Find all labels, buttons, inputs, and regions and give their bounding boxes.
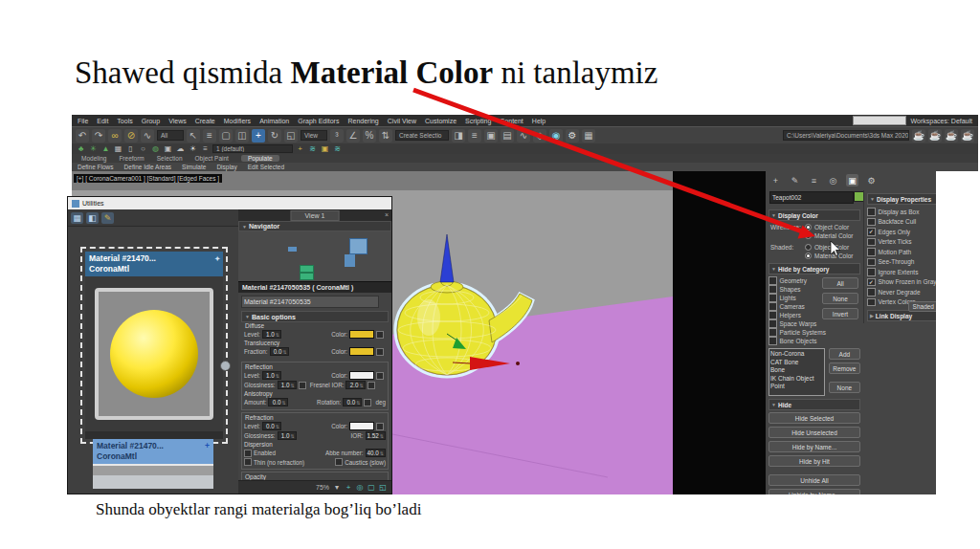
- menu-item[interactable]: Customize: [425, 118, 457, 124]
- value-spinner[interactable]: 40.0⇅: [366, 449, 386, 457]
- list-none-button[interactable]: None: [829, 382, 860, 393]
- rollout-hide[interactable]: ▼Hide: [768, 399, 860, 410]
- project-path-dropdown[interactable]: C:\Users\Valeriya\Documents\3ds Max 2020: [783, 130, 909, 141]
- select-object-icon[interactable]: ↖: [187, 129, 200, 143]
- checkbox[interactable]: [368, 382, 375, 389]
- curve-editor-icon[interactable]: ∿: [517, 129, 530, 143]
- list-button[interactable]: Remove: [829, 362, 860, 374]
- ribbon-button[interactable]: Edit Selected: [248, 164, 284, 170]
- menu-item[interactable]: Content: [500, 118, 523, 124]
- circle-shape-icon[interactable]: ○: [138, 144, 148, 153]
- display-property-checkbox[interactable]: Backface Cull: [867, 217, 936, 228]
- box-icon[interactable]: ▣: [163, 144, 173, 153]
- rollout-display-color[interactable]: ▼Display Color: [768, 209, 860, 221]
- value-spinner[interactable]: 1.0⇅: [262, 330, 281, 339]
- menu-item[interactable]: Edit: [97, 118, 108, 124]
- value-spinner[interactable]: 1.0⇅: [262, 371, 281, 380]
- layer-dropdown[interactable]: 1 (default): [212, 144, 293, 153]
- cloud-icon[interactable]: ☁: [175, 144, 186, 153]
- value-spinner[interactable]: 0.0⇅: [262, 422, 281, 430]
- select-and-rotate-icon[interactable]: ↻: [268, 129, 281, 143]
- spinner-snap-icon[interactable]: ⇅: [379, 129, 392, 143]
- terrain-icon[interactable]: ▲: [100, 144, 111, 153]
- value-spinner[interactable]: 0.0⇅: [268, 398, 287, 406]
- category-button[interactable]: Invert: [822, 308, 858, 319]
- menu-item[interactable]: Create: [195, 118, 215, 124]
- menu-item[interactable]: Group: [142, 118, 160, 124]
- category-list-item[interactable]: IK Chain Object: [770, 375, 823, 384]
- close-icon[interactable]: ×: [385, 211, 389, 218]
- ribbon-toggle-icon[interactable]: ▤: [501, 129, 514, 143]
- add-layer-icon[interactable]: +: [295, 144, 305, 153]
- scene-explorer-icon[interactable]: ▣: [484, 129, 498, 143]
- select-and-scale-icon[interactable]: ◱: [284, 129, 298, 143]
- workspaces-label[interactable]: Workspaces: Default: [911, 118, 972, 124]
- ribbon-tab[interactable]: Modeling: [81, 155, 106, 162]
- zoom-value-dropdown-icon[interactable]: ▾: [332, 483, 342, 493]
- mirror-icon[interactable]: ◨: [452, 129, 465, 143]
- list-button[interactable]: Add: [829, 348, 860, 360]
- unlink-selection-icon[interactable]: ⊘: [124, 129, 138, 143]
- node-output-socket[interactable]: [220, 361, 231, 371]
- menu-item[interactable]: Views: [168, 118, 187, 124]
- shaded-color-radio[interactable]: Object Color: [805, 243, 860, 252]
- hide-button[interactable]: Hide Selected: [768, 412, 860, 424]
- selection-filter-dropdown[interactable]: All: [157, 130, 184, 141]
- render-setup-icon[interactable]: ⚙: [566, 129, 579, 143]
- window-crossing-icon[interactable]: ◫: [235, 129, 249, 143]
- shaded-color-radio[interactable]: Material Color: [805, 252, 860, 260]
- render-teapot-icon-4[interactable]: ☕: [961, 129, 974, 143]
- material-node-second[interactable]: Material #21470... CoronaMtl +: [93, 439, 213, 489]
- unhide-button[interactable]: Unhide by Name...: [768, 489, 860, 494]
- schematic-view-icon[interactable]: ◇: [533, 129, 546, 143]
- create-tab[interactable]: +: [769, 174, 782, 187]
- display-property-checkbox[interactable]: ✓Show Frozen in Gray: [867, 277, 936, 288]
- checkbox[interactable]: [244, 450, 252, 457]
- ribbon-button[interactable]: Define Flows: [78, 164, 114, 170]
- checkbox[interactable]: [376, 331, 384, 339]
- ribbon-button[interactable]: Define Idle Areas: [124, 164, 172, 170]
- show-map-in-viewport-icon[interactable]: ▦: [71, 212, 83, 224]
- render-teapot-icon-1[interactable]: ☕: [912, 129, 925, 143]
- node-expand-icon[interactable]: +: [205, 441, 210, 451]
- redo-icon[interactable]: ↷: [92, 129, 105, 143]
- hide-button[interactable]: Hide by Name...: [768, 441, 860, 452]
- material-editor-icon[interactable]: ◉: [549, 129, 563, 143]
- pan-icon[interactable]: +: [344, 483, 353, 493]
- display-property-checkbox[interactable]: Display as Box: [867, 207, 936, 217]
- rendered-frame-icon[interactable]: ▦: [582, 129, 595, 143]
- display-property-checkbox[interactable]: Motion Path: [867, 247, 936, 257]
- display-property-checkbox[interactable]: Ignore Extents: [867, 267, 936, 277]
- display-tab[interactable]: ▣: [846, 174, 858, 187]
- category-list-item[interactable]: Point: [770, 383, 823, 391]
- zoom-region-icon[interactable]: ◱: [378, 483, 388, 493]
- value-spinner[interactable]: 1.52⇅: [366, 431, 386, 440]
- navigator-canvas[interactable]: [238, 231, 391, 281]
- menu-item[interactable]: Graph Editors: [298, 118, 339, 124]
- menu-item[interactable]: Animation: [259, 118, 289, 124]
- pick-material-icon[interactable]: ✎: [101, 212, 114, 224]
- ribbon-tab[interactable]: Populate: [241, 155, 279, 162]
- category-button[interactable]: All: [822, 277, 858, 289]
- unhide-button[interactable]: Unhide All: [768, 474, 860, 486]
- modify-tab[interactable]: ✎: [789, 174, 801, 187]
- menu-item[interactable]: File: [78, 118, 88, 124]
- category-checkbox[interactable]: Bone Objects: [768, 337, 860, 345]
- bind-to-space-warp-icon[interactable]: ∿: [141, 129, 154, 143]
- navigator-header[interactable]: ▼Navigator: [238, 221, 391, 231]
- populate-icon[interactable]: ✳: [88, 144, 99, 153]
- layer-stack-icon[interactable]: ≋: [307, 144, 318, 153]
- ribbon-tab[interactable]: Object Paint: [195, 155, 229, 162]
- gizmo-z-axis[interactable]: [440, 234, 454, 282]
- snaps-toggle-icon[interactable]: ³: [330, 129, 344, 143]
- material-node-selected[interactable]: Material #21470... CoronaMtl ✦: [85, 252, 223, 439]
- menu-item[interactable]: Help: [532, 118, 546, 124]
- checkbox[interactable]: [335, 458, 343, 466]
- workspace-selector-dropdown[interactable]: [853, 116, 906, 125]
- checkbox[interactable]: [376, 372, 384, 380]
- ribbon-button[interactable]: Display: [216, 164, 236, 170]
- color-swatch[interactable]: [349, 371, 374, 380]
- page-icon[interactable]: ▯: [125, 144, 136, 153]
- select-and-move-icon[interactable]: +: [252, 129, 265, 143]
- menu-item[interactable]: Civil View: [388, 118, 416, 124]
